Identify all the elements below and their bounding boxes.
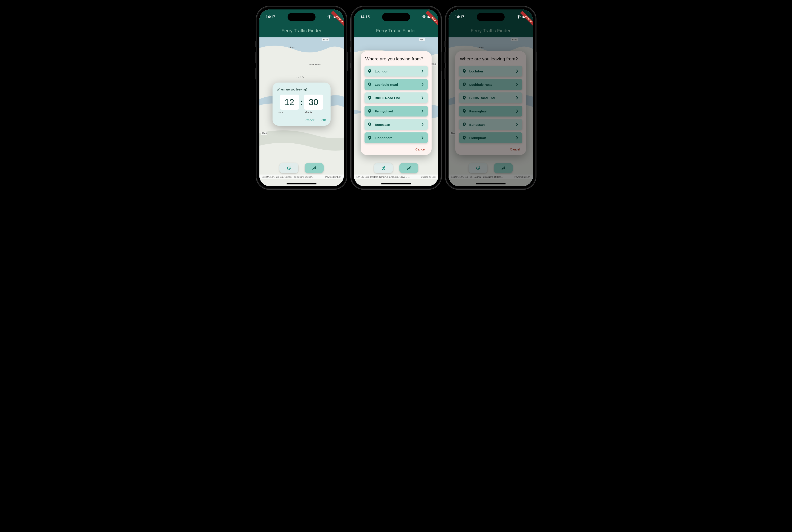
route-off-icon (312, 166, 316, 170)
attribution-powered[interactable]: Powered by Esri (325, 176, 341, 178)
pin-icon (368, 122, 372, 127)
hour-input[interactable]: 12 (280, 95, 299, 110)
map-road-label: B849 (322, 38, 328, 41)
status-time: 14:17 (455, 15, 464, 19)
map-attribution: Esri UK, Esri, TomTom, Garmin, Foursquar… (354, 174, 438, 179)
chevron-right-icon (420, 69, 425, 73)
map-place-label: Loch Bà (296, 76, 305, 79)
wifi-icon (517, 15, 521, 19)
location-option[interactable]: Lochdon (365, 66, 428, 77)
phone-frame: DEBUG 14:17 .... Ferry Traffic Finder B8… (256, 6, 347, 189)
schedule-button[interactable] (279, 163, 298, 173)
attribution-sources: Esri UK, Esri, TomTom, Garmin, Foursquar… (262, 176, 314, 178)
home-indicator[interactable] (476, 183, 506, 185)
attribution-powered[interactable]: Powered by Esri (420, 176, 436, 178)
map-attribution: Esri UK, Esri, TomTom, Garmin, Foursquar… (259, 174, 344, 179)
home-indicator[interactable] (381, 183, 411, 185)
screen: DEBUG 14:15 .... Ferry Traffic Finder A8… (354, 10, 438, 186)
location-label: Lochbuie Road (375, 83, 398, 87)
chevron-right-icon (420, 109, 425, 113)
pin-icon (368, 82, 372, 87)
minute-input[interactable]: 30 (304, 95, 323, 110)
location-label: Bunessan (375, 123, 390, 127)
location-option[interactable]: B8035 Road End (365, 92, 428, 103)
route-off-icon (407, 166, 411, 170)
pin-icon (368, 136, 372, 140)
chevron-right-icon (420, 96, 425, 100)
notch (382, 13, 410, 21)
phone-frame: DEBUG 14:15 .... Ferry Traffic Finder A8… (351, 6, 441, 189)
pin-icon (368, 109, 372, 113)
wifi-icon (422, 15, 426, 19)
cellular-dots: .... (511, 15, 515, 19)
ok-button[interactable]: OK (322, 118, 326, 122)
minute-label: Minute (305, 111, 312, 114)
pin-icon (368, 69, 372, 73)
location-option[interactable]: Fionnphort (365, 132, 428, 143)
scrim[interactable] (448, 10, 533, 186)
fab-row (374, 163, 418, 173)
map-road-label: A849 (261, 132, 267, 135)
cellular-dots: .... (416, 15, 421, 19)
dialog-prompt: When are you leaving? (277, 88, 326, 91)
location-label: Fionnphort (375, 136, 392, 140)
time-separator: : (300, 98, 303, 107)
location-picker-dialog: Where are you leaving from? LochdonLochb… (361, 51, 431, 155)
status-time: 14:17 (266, 15, 275, 19)
cancel-button[interactable]: Cancel (365, 148, 428, 151)
wifi-icon (327, 15, 332, 19)
directions-off-button[interactable] (399, 163, 418, 173)
screen: DEBUG 14:17 .... Ferry Traffic Finder B8… (448, 10, 533, 186)
location-label: Pennyghael (375, 109, 393, 113)
location-option[interactable]: Bunessan (365, 119, 428, 130)
dialog-title: Where are you leaving from? (365, 56, 428, 61)
app-title: Ferry Traffic Finder (282, 28, 321, 34)
clock-add-icon (287, 166, 291, 170)
location-list: LochdonLochbuie RoadB8035 Road EndPennyg… (365, 66, 428, 143)
fab-row (279, 163, 324, 173)
location-option[interactable]: Pennyghael (365, 106, 428, 116)
cancel-button[interactable]: Cancel (305, 118, 315, 122)
location-option[interactable]: Lochbuie Road (365, 79, 428, 90)
schedule-button[interactable] (374, 163, 393, 173)
screen: DEBUG 14:17 .... Ferry Traffic Finder B8… (259, 10, 344, 186)
cellular-dots: .... (322, 15, 326, 19)
chevron-right-icon (420, 122, 425, 127)
clock-add-icon (381, 166, 386, 170)
map-place-label: River Forsa (309, 63, 321, 66)
hour-label: Hour (278, 111, 283, 114)
map-place-label: Aros (290, 46, 295, 49)
directions-off-button[interactable] (305, 163, 324, 173)
app-title: Ferry Traffic Finder (376, 28, 416, 34)
chevron-right-icon (420, 136, 425, 140)
chevron-right-icon (420, 82, 425, 87)
pin-icon (368, 96, 372, 100)
location-label: B8035 Road End (375, 96, 400, 100)
notch (477, 13, 505, 21)
attribution-sources: Esri UK, Esri, TomTom, Garmin, Foursquar… (356, 176, 410, 178)
time-picker-dialog: When are you leaving? 12 : 30 Hour Minut… (272, 82, 331, 126)
status-time: 14:15 (361, 15, 370, 19)
phone-frame: DEBUG 14:17 .... Ferry Traffic Finder B8… (446, 6, 536, 189)
location-label: Lochdon (375, 70, 388, 73)
home-indicator[interactable] (287, 183, 316, 185)
map-road-label: A861 (419, 38, 425, 41)
notch (288, 13, 315, 21)
